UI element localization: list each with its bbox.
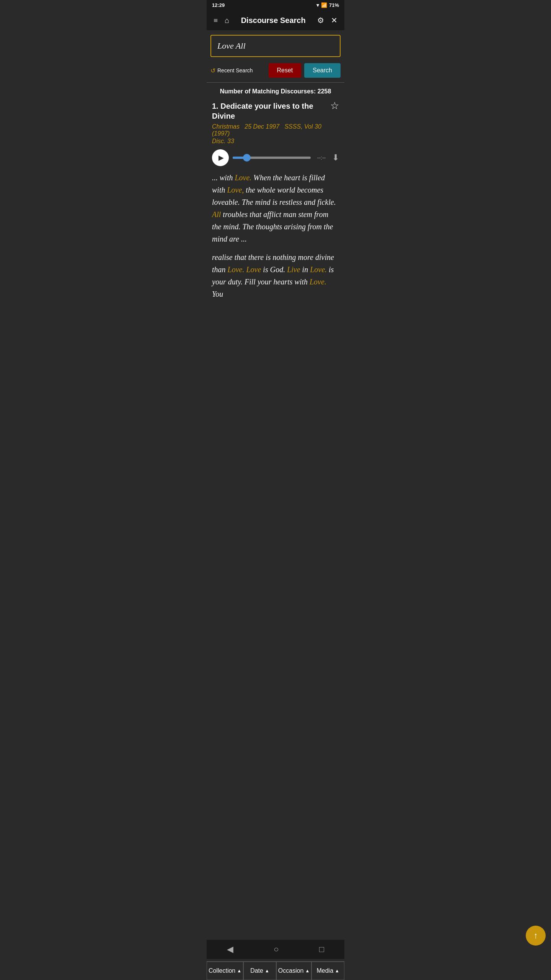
status-bar: 12:29 ▾ 📶 71% [207,0,344,10]
settings-icon[interactable]: ⚙ [316,14,326,26]
controls-row: ↺ Recent Search Reset Search [207,60,344,81]
highlight-all: All [212,210,221,219]
filter-date-arrow: ▲ [265,968,269,973]
close-icon[interactable]: ✕ [329,14,339,26]
recent-search-label: Recent Search [217,67,253,74]
progress-thumb [243,154,251,162]
highlight-love-6: Love. [310,278,326,286]
play-button[interactable]: ▶ [212,149,229,166]
discourse-title[interactable]: 1. Dedicate your lives to the Divine [212,101,327,121]
status-icons: ▾ 📶 71% [316,2,339,8]
highlight-love-2: Love, [227,186,244,194]
discourse-title-row: 1. Dedicate your lives to the Divine ☆ [212,101,339,121]
nav-bar: ≡ ⌂ Discourse Search ⚙ ✕ [207,10,344,30]
bottom-spacer [212,306,339,352]
discourse-index: 1. [212,102,220,110]
excerpt2-text-6: You [212,290,223,298]
recent-nav-icon[interactable]: □ [311,943,332,956]
main-content: Number of Matching Discourses: 2258 1. D… [207,84,344,356]
highlight-love-4: Love [246,265,261,274]
filter-occasion-label: Occasion [278,967,304,974]
home-nav-icon[interactable]: ○ [266,943,286,956]
highlight-love-1: Love. [235,173,251,182]
play-icon: ▶ [218,154,224,162]
match-count: Number of Matching Discourses: 2258 [212,88,339,95]
back-nav-icon[interactable]: ◀ [219,943,241,956]
filter-collection-label: Collection [209,967,235,974]
search-button[interactable]: Search [304,63,341,78]
excerpt2-text-3: is God. [261,265,287,274]
reset-button[interactable]: Reset [269,63,302,78]
filter-date-button[interactable]: Date ▲ [243,962,276,980]
filter-media-button[interactable]: Media ▲ [311,962,344,980]
favorite-star-icon[interactable]: ☆ [330,101,339,111]
page-title: Discourse Search [235,16,312,25]
signal-icon: 📶 [321,2,327,8]
recent-icon: ↺ [210,67,215,74]
menu-icon[interactable]: ≡ [212,15,219,26]
discourse-excerpt-2[interactable]: realise that there is nothing more divin… [212,251,339,300]
divider [207,82,344,83]
discourse-meta: Christmas 25 Dec 1997 SSSS, Vol 30 (1997… [212,123,339,137]
search-section [207,30,344,60]
audio-player: ▶ --:-- ⬇ [212,149,339,166]
discourse-occasion: Christmas [212,123,240,130]
bottom-navigation: ◀ ○ □ [207,940,344,959]
excerpt-text-3: troubles that afflict man stem from the … [212,210,333,243]
battery-icon: 71% [329,2,339,8]
highlight-live: Live [287,265,300,274]
filter-media-label: Media [316,967,333,974]
search-input[interactable] [211,36,340,56]
search-input-wrapper [210,35,341,57]
highlight-love-3: Love. [228,265,245,274]
wifi-icon: ▾ [316,2,319,8]
discourse-item: 1. Dedicate your lives to the Divine ☆ C… [212,101,339,300]
filter-occasion-button[interactable]: Occasion ▲ [276,962,312,980]
discourse-date: 25 Dec 1997 [245,123,279,130]
filter-collection-button[interactable]: Collection ▲ [207,962,243,980]
highlight-love-5: Love. [310,265,327,274]
time-display: --:-- [315,155,328,161]
excerpt2-text-4: in [300,265,310,274]
status-time: 12:29 [212,2,225,8]
discourse-disc: Disc. 33 [212,138,339,145]
recent-search-button[interactable]: ↺ Recent Search [210,67,266,74]
excerpt-prefix: ... with [212,173,235,182]
progress-bar[interactable] [233,157,311,159]
filter-occasion-arrow: ▲ [305,968,310,973]
download-icon[interactable]: ⬇ [332,153,339,163]
filter-bar: Collection ▲ Date ▲ Occasion ▲ Media ▲ [207,961,344,980]
filter-collection-arrow: ▲ [237,968,241,973]
discourse-excerpt-1[interactable]: ... with Love. When the heart is filled … [212,172,339,245]
home-icon[interactable]: ⌂ [223,15,231,26]
filter-media-arrow: ▲ [335,968,339,973]
filter-date-label: Date [250,967,263,974]
